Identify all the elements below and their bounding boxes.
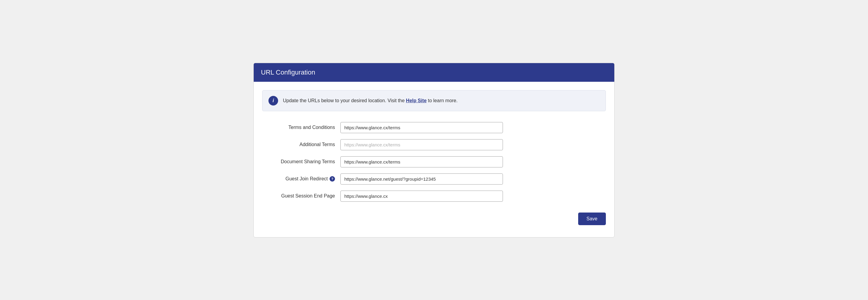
info-text-before: Update the URLs below to your desired lo… — [283, 98, 406, 103]
form-row-document-sharing-terms: Document Sharing Terms — [268, 156, 600, 167]
label-additional-terms: Additional Terms — [268, 142, 340, 147]
input-terms-and-conditions[interactable] — [340, 122, 503, 133]
info-text-after: to learn more. — [427, 98, 458, 103]
input-guest-session-end-page[interactable] — [340, 191, 503, 202]
help-icon-guest-join[interactable]: ? — [330, 176, 335, 181]
label-document-sharing-terms: Document Sharing Terms — [268, 159, 340, 164]
input-guest-join-redirect[interactable] — [340, 173, 503, 185]
card-body: i Update the URLs below to your desired … — [254, 82, 614, 237]
info-banner: i Update the URLs below to your desired … — [262, 90, 606, 111]
save-button[interactable]: Save — [578, 212, 606, 225]
label-guest-join-redirect: Guest Join Redirect ? — [268, 176, 340, 181]
help-site-link[interactable]: Help Site — [406, 98, 427, 103]
label-guest-session-end-page: Guest Session End Page — [268, 193, 340, 199]
form-section: Terms and Conditions Additional Terms Do… — [262, 122, 606, 202]
form-row-terms-and-conditions: Terms and Conditions — [268, 122, 600, 133]
input-additional-terms[interactable] — [340, 139, 503, 150]
page-title: URL Configuration — [261, 69, 607, 76]
form-row-additional-terms: Additional Terms — [268, 139, 600, 150]
label-terms-and-conditions: Terms and Conditions — [268, 125, 340, 130]
card-header: URL Configuration — [254, 63, 614, 82]
url-configuration-card: URL Configuration i Update the URLs belo… — [253, 63, 615, 237]
form-row-guest-join-redirect: Guest Join Redirect ? — [268, 173, 600, 185]
footer-row: Save — [262, 208, 606, 225]
form-row-guest-session-end-page: Guest Session End Page — [268, 191, 600, 202]
info-icon: i — [269, 96, 278, 105]
input-document-sharing-terms[interactable] — [340, 156, 503, 167]
info-text: Update the URLs below to your desired lo… — [283, 98, 458, 103]
